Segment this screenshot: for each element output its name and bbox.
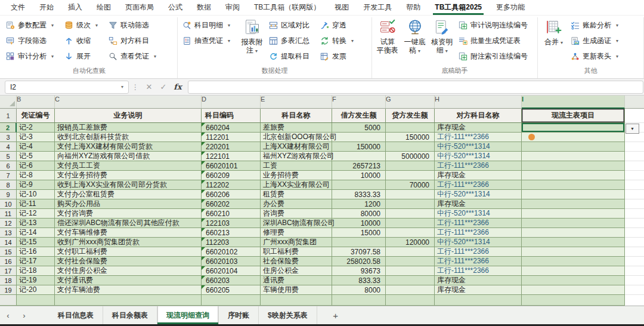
ribbon-button-expand[interactable]: 展开 xyxy=(61,48,101,64)
cell-debit-row8[interactable] xyxy=(332,180,386,190)
ribbon-button-param-config[interactable]: 参数配置▾ xyxy=(3,17,57,33)
row-header-10[interactable]: 10 xyxy=(0,199,17,209)
menu-tab-11[interactable]: 开发工具 xyxy=(356,0,399,15)
cell-debit-row5[interactable] xyxy=(332,152,386,161)
row-header-8[interactable]: 8 xyxy=(0,180,17,190)
cell-counterpart-row16[interactable]: 工行-111***2366 xyxy=(435,257,522,266)
cell-credit-row5[interactable]: 5000000 xyxy=(386,152,435,161)
cell-voucher-row15[interactable]: 记-16 xyxy=(17,247,55,257)
cell-credit-row9[interactable] xyxy=(386,190,435,199)
cell-desc-row10[interactable]: 购买办公用品 xyxy=(55,199,202,209)
cell-desc-row16[interactable]: 支付社会保险费 xyxy=(55,257,202,266)
cell-account-row2[interactable]: 差旅费 xyxy=(261,123,332,133)
cell-credit-row7[interactable] xyxy=(386,171,435,180)
column-header-G[interactable]: G xyxy=(386,96,435,109)
cell-debit-row15[interactable]: 37097.58 xyxy=(332,247,386,257)
cell-account-row11[interactable]: 咨询费 xyxy=(261,209,332,219)
cell-credit-row19[interactable] xyxy=(386,285,435,295)
menu-tab-6[interactable]: 公式 xyxy=(161,0,190,15)
row-header-12[interactable]: 12 xyxy=(0,219,17,228)
cell-voucher-row9[interactable]: 记-10 xyxy=(17,190,55,199)
cell-code-row13[interactable]: 660213 xyxy=(202,228,261,238)
cell-voucher-row8[interactable]: 记-9 xyxy=(17,180,55,190)
cell-counterpart-row9[interactable]: 中行-520***1314 xyxy=(435,190,522,199)
row-header-2[interactable]: 2 xyxy=(0,123,17,133)
cell-counterpart-row17[interactable]: 工行-111***2366 xyxy=(435,266,522,276)
cell-voucher-row10[interactable]: 记-11 xyxy=(17,199,55,209)
row-header-6[interactable]: 6 xyxy=(0,161,17,171)
ribbon-button-audit-analysis[interactable]: 审计分析▾ xyxy=(3,48,57,64)
cell-voucher-row4[interactable]: 记-4 xyxy=(17,142,55,152)
cell-cashflow-row5[interactable] xyxy=(522,152,625,161)
cell-debit-row9[interactable]: 8333.33 xyxy=(332,190,386,199)
ribbon-button-note-index-serial[interactable]: 附注索引连续编号 xyxy=(456,48,531,64)
ribbon-button-generate-confirmation[interactable]: 生成函证▾ xyxy=(568,33,621,48)
cell-code-row7[interactable]: 660209 xyxy=(202,171,261,180)
ribbon-button-extract-subject[interactable]: 提取科目 xyxy=(266,48,312,64)
cell-cashflow-row2[interactable] xyxy=(522,123,625,133)
row-header-15[interactable]: 15 xyxy=(0,247,17,257)
cell-code-row4[interactable]: 220201 xyxy=(202,142,261,152)
confirm-icon[interactable]: ✓ xyxy=(156,82,171,91)
menu-tab-8[interactable]: 审阅 xyxy=(218,0,247,15)
cell-account-row18[interactable]: 通讯费 xyxy=(261,276,332,285)
chevron-down-icon[interactable]: ▾ xyxy=(228,38,230,44)
cell-cashflow-row12[interactable] xyxy=(522,219,625,228)
cell-voucher-row14[interactable]: 记-15 xyxy=(17,238,55,247)
cell-desc-row14[interactable]: 收到广州xxx商贸集团货款 xyxy=(55,238,202,247)
cell-counterpart-row13[interactable]: 工行-111***2366 xyxy=(435,228,522,238)
cell-voucher-row11[interactable]: 记-12 xyxy=(17,209,55,219)
cell-code-row3[interactable]: 112201 xyxy=(202,133,261,142)
cell-voucher-row13[interactable]: 记-14 xyxy=(17,228,55,238)
cell-account-row4[interactable]: 上海XX建材有限公司 xyxy=(261,142,332,152)
cell-cashflow-row9[interactable] xyxy=(522,190,625,199)
cell-desc-row8[interactable]: 收到上海XX实业有限公司部分货款 xyxy=(55,180,202,190)
ribbon-button-update-header[interactable]: 更新表头▾ xyxy=(568,48,621,64)
cell-credit-row3[interactable]: 150000 xyxy=(386,133,435,142)
cell-counterpart-row11[interactable]: 中行-520***1314 xyxy=(435,209,522,219)
ribbon-button-trial-balance[interactable]: 试算平衡表 xyxy=(374,17,401,54)
chevron-down-icon[interactable]: ▾ xyxy=(51,23,54,28)
cell-desc-row17[interactable]: 支付住房公积金 xyxy=(55,266,202,276)
cell-cashflow-row6[interactable] xyxy=(522,161,625,171)
cell-desc-row7[interactable]: 支付业务招待费 xyxy=(55,171,202,180)
row-header-20[interactable] xyxy=(0,295,17,306)
cell-account-row10[interactable]: 办公费 xyxy=(261,199,332,209)
cell-account-row14[interactable]: 广州xxx商贸集团 xyxy=(261,238,332,247)
cell-account-row9[interactable]: 租赁费 xyxy=(261,190,332,199)
cell-counterpart-row15[interactable]: 工行-111***2366 xyxy=(435,247,522,257)
chevron-down-icon[interactable]: ▾ xyxy=(351,38,354,44)
ribbon-button-invoice[interactable]: 发票 xyxy=(317,48,357,64)
cell-credit-row14[interactable]: 120000 xyxy=(386,238,435,247)
cell-account-row12[interactable]: 深圳ABC物流有限公司 xyxy=(261,219,332,228)
row-header-14[interactable]: 14 xyxy=(0,238,17,247)
cell-code-row16[interactable]: 66020103 xyxy=(202,257,261,266)
row-header-13[interactable]: 13 xyxy=(0,228,17,238)
cell-credit-row10[interactable] xyxy=(386,199,435,209)
cell-debit-row11[interactable]: 80000 xyxy=(332,209,386,219)
cell-desc-row19[interactable]: 支付车辆油费 xyxy=(55,285,202,295)
cell-desc-row12[interactable]: 偿还深圳ABC物流有限公司其他应付款 xyxy=(55,219,202,228)
cell-account-row3[interactable]: 北京创新OOO有限公司 xyxy=(261,133,332,142)
menu-tab-2[interactable]: 开始 xyxy=(32,0,61,15)
cell-code-row12[interactable]: 122103 xyxy=(202,219,261,228)
cell-cashflow-row3[interactable] xyxy=(522,133,625,142)
cell-desc-row18[interactable]: 支付通讯费 xyxy=(55,276,202,285)
name-box[interactable]: I2 ▾ xyxy=(5,81,129,94)
cell-desc-row13[interactable]: 支付车辆维修费 xyxy=(55,228,202,238)
ribbon-button-region-compare[interactable]: 区域对比 xyxy=(266,17,312,33)
menu-tab-3[interactable]: 插入 xyxy=(61,0,89,15)
cell-counterpart-row19[interactable]: 库存现金 xyxy=(435,285,522,295)
cell-credit-row18[interactable] xyxy=(386,276,435,285)
data-validation-dropdown[interactable]: ▼ xyxy=(626,124,639,134)
cell-counterpart-row6[interactable]: 工行-111***2366 xyxy=(435,161,522,171)
ribbon-button-batch-voucher-table[interactable]: 批量生成凭证表 xyxy=(456,33,531,48)
chevron-down-icon[interactable]: ▾ xyxy=(445,48,448,54)
cell-credit-row16[interactable] xyxy=(386,257,435,266)
cell-cashflow-row10[interactable] xyxy=(522,199,625,209)
cell-debit-row4[interactable]: 150000 xyxy=(332,142,386,152)
sheet-tab-5[interactable]: $映射关系表 xyxy=(259,306,317,324)
cell-account-row6[interactable]: 工资 xyxy=(261,161,332,171)
cell-debit-row3[interactable] xyxy=(332,133,386,142)
ribbon-button-spot-check-voucher[interactable]: 抽查凭证▾ xyxy=(179,33,233,48)
